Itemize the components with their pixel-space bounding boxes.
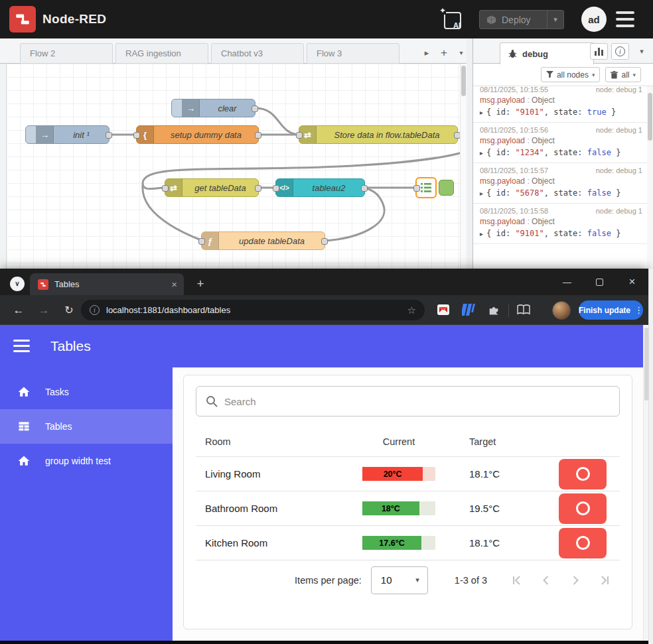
inject-trigger-button[interactable]	[26, 126, 36, 143]
row-action-button[interactable]	[559, 493, 607, 524]
last-page-button[interactable]	[599, 574, 611, 586]
node-setup-dummy-data[interactable]: { setup dummy data	[136, 125, 259, 144]
header-target[interactable]: Target	[455, 436, 555, 447]
output-port[interactable]	[255, 132, 261, 139]
input-port[interactable]	[296, 132, 303, 139]
node-inject-clear[interactable]: → clear	[171, 99, 255, 117]
input-port[interactable]	[162, 185, 169, 192]
profile-avatar[interactable]	[552, 301, 571, 320]
flow-tab-flow3[interactable]: Flow 3	[307, 43, 399, 64]
tab-search-button[interactable]: ∨	[10, 277, 25, 291]
output-port[interactable]	[106, 132, 112, 139]
bookmark-star-icon[interactable]: ☆	[407, 304, 416, 316]
sidebar-item-tasks[interactable]: Tasks	[0, 375, 173, 409]
finish-update-button[interactable]: Finish update ⋮	[579, 300, 643, 320]
flow-tab-chatbot[interactable]: Chatbot v3	[211, 43, 304, 64]
debug-message[interactable]: 08/11/2025, 10:15:57 node: debug 1 msg.p…	[473, 163, 653, 204]
info-button[interactable]: i	[611, 43, 629, 60]
node-ui-table-selected[interactable]	[415, 177, 437, 198]
browser-titlebar[interactable]: ∨ Tables × + — ×	[0, 269, 648, 295]
row-action-button[interactable]	[559, 459, 607, 489]
input-port[interactable]	[133, 132, 140, 139]
tab-debug[interactable]: debug	[500, 42, 594, 64]
reading-list-icon[interactable]	[516, 302, 531, 317]
page-size-select[interactable]: 10 ▾	[371, 566, 428, 594]
first-page-button[interactable]	[511, 574, 523, 586]
debug-message[interactable]: 08/11/2025, 10:15:56 node: debug 1 msg.p…	[473, 123, 653, 163]
node-update-tabledata[interactable]: ƒ update tableData	[201, 231, 325, 250]
sidebar-item-tables[interactable]: Tables	[0, 409, 173, 444]
filter-nodes-button[interactable]: all nodes ▾	[541, 67, 601, 82]
node-inject-init[interactable]: → init ¹	[25, 125, 109, 144]
user-avatar[interactable]: ad	[581, 7, 607, 32]
payload-path: msg.payload	[480, 96, 525, 105]
add-flow-button[interactable]: +	[435, 45, 453, 61]
next-page-button[interactable]	[569, 574, 581, 586]
node-store-data[interactable]: ⇄ Store data in flow.tableData	[299, 125, 458, 144]
json-preview[interactable]: ▸{ id: "9101", state: true }	[480, 107, 642, 117]
debug-message[interactable]: 08/11/2025, 10:15:55 node: debug 1 msg.p…	[473, 86, 653, 123]
reload-button[interactable]: ↻	[61, 302, 77, 318]
debug-scrollbar[interactable]	[647, 86, 653, 269]
header-current[interactable]: Current	[342, 436, 455, 447]
canvas-scrollbar[interactable]	[460, 64, 467, 269]
search-box[interactable]	[196, 386, 620, 417]
input-port[interactable]	[198, 238, 205, 245]
sidebar-caret-icon[interactable]: ▾	[634, 43, 649, 60]
close-window-button[interactable]: ×	[616, 269, 648, 295]
pagination-controls	[511, 574, 611, 586]
maximize-button[interactable]	[583, 269, 616, 295]
output-port[interactable]	[321, 238, 328, 245]
json-preview[interactable]: ▸{ id: "1234", state: false }	[480, 148, 642, 157]
dashboard-menu-button[interactable]	[13, 340, 30, 352]
back-button[interactable]: ←	[11, 302, 27, 318]
scrollbar-thumb[interactable]	[461, 66, 466, 96]
input-port[interactable]	[413, 185, 420, 192]
flow-tab-flow2[interactable]: Flow 2	[20, 43, 113, 64]
header-room[interactable]: Room	[205, 436, 342, 447]
output-port[interactable]	[252, 105, 258, 112]
debug-message[interactable]: 08/11/2025, 10:15:58 node: debug 1 msg.p…	[473, 204, 653, 244]
clear-messages-button[interactable]: all ▾	[605, 67, 641, 82]
json-preview[interactable]: ▸{ id: "9101", state: false }	[480, 229, 642, 238]
tab-close-icon[interactable]: ×	[171, 279, 177, 290]
site-info-icon[interactable]: i	[90, 305, 100, 315]
main-menu-button[interactable]	[616, 11, 634, 27]
page-scrollbar[interactable]	[643, 325, 648, 641]
browser-menu-icon[interactable]: ⋮	[634, 305, 643, 315]
new-tab-button[interactable]: +	[191, 275, 210, 293]
minimize-button[interactable]: —	[551, 269, 583, 295]
extension-blue-icon[interactable]	[461, 302, 476, 317]
table-row[interactable]: Kitchen Room 17.6°C 18.1°C	[196, 525, 620, 560]
extensions-puzzle-icon[interactable]	[486, 302, 501, 317]
ai-assistant-button[interactable]: AI ✦	[439, 7, 465, 32]
flow-tab-rag[interactable]: RAG ingestion	[115, 43, 208, 64]
search-input[interactable]	[224, 387, 619, 416]
table-row[interactable]: Living Room 20°C 18.1°C	[196, 456, 620, 491]
table-row[interactable]: Bathroom Room 18°C 19.5°C	[196, 491, 620, 525]
flow-canvas[interactable]: → clear → init ¹ { setup dummy data ⇄ St…	[7, 64, 467, 269]
node-get-tabledata[interactable]: ⇄ get tableData	[165, 178, 259, 197]
extension-mail-icon[interactable]	[436, 302, 451, 317]
inject-trigger-button[interactable]	[172, 99, 182, 117]
scrollbar-thumb[interactable]	[648, 93, 652, 141]
node-tableau2[interactable]: </> tableau2	[275, 178, 365, 197]
row-action-button[interactable]	[559, 528, 607, 558]
forward-button[interactable]: →	[36, 302, 52, 318]
address-bar[interactable]: i localhost:1881/dashboard/tables ☆	[81, 300, 425, 320]
deploy-button[interactable]: Deploy ▾	[479, 10, 564, 29]
chart-button[interactable]	[590, 43, 608, 60]
url-text[interactable]: localhost:1881/dashboard/tables	[106, 305, 407, 315]
tab-scroll-right-icon[interactable]: ▸	[418, 45, 435, 61]
json-preview[interactable]: ▸{ id: "5678", state: false }	[480, 188, 642, 198]
debug-timestamp: 08/11/2025, 10:15:58	[480, 207, 548, 215]
sidebar-item-group-width-test[interactable]: group width test	[0, 444, 173, 478]
deploy-caret-icon[interactable]: ▾	[547, 15, 563, 24]
previous-page-button[interactable]	[540, 574, 552, 586]
output-port[interactable]	[255, 185, 261, 192]
input-port[interactable]	[273, 185, 279, 192]
node-small-green[interactable]	[439, 180, 454, 196]
sidebar-header: debug i ▾	[473, 38, 653, 64]
browser-tab-tables[interactable]: Tables ×	[30, 273, 184, 295]
output-port[interactable]	[361, 185, 368, 192]
